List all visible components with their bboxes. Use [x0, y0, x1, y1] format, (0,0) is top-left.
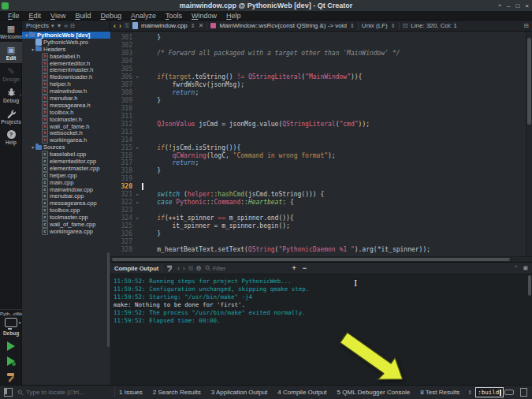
maximize-icon[interactable]: □: [515, 2, 519, 9]
tree-expander-icon[interactable]: ▾: [24, 32, 29, 38]
wrap-icon[interactable]: ⊡: [403, 22, 408, 29]
symbol-dropdown-icon[interactable]: ⇕: [350, 23, 355, 29]
code-line[interactable]: 304: [110, 58, 532, 65]
tree-item[interactable]: hbaselabel.h: [22, 53, 110, 60]
code-editor[interactable]: 301 }302303 /* Forward all packaged with…: [110, 32, 532, 256]
chevron-down-icon[interactable]: ▾: [51, 23, 54, 29]
tree-scrollbar[interactable]: [107, 252, 110, 347]
code-line[interactable]: 324▾ if(++it_spinner == m_spinner.end())…: [110, 214, 532, 222]
code-line[interactable]: 322▾ case Pythonic::Command::Heartbeat: …: [110, 199, 532, 207]
tree-item[interactable]: hwall_of_fame.h: [22, 123, 110, 130]
build-locator-text[interactable]: :build: [478, 388, 499, 397]
fold-marker-icon[interactable]: ▾: [132, 215, 142, 221]
menu-view[interactable]: View: [46, 11, 70, 21]
tree-item[interactable]: chelper.cpp: [22, 172, 110, 179]
output-tab-3[interactable]: 3 Application Output: [211, 389, 268, 396]
minimize-icon[interactable]: –: [507, 2, 510, 9]
code-line[interactable]: 310: [110, 104, 532, 112]
tree-item[interactable]: hwebsocket.h: [22, 129, 110, 136]
mode-welcome[interactable]: ▦Welcome: [0, 21, 22, 42]
code-line[interactable]: 313: [110, 128, 532, 136]
output-scrollbar[interactable]: [528, 275, 531, 296]
build-locator[interactable]: ⇕ :build: [467, 387, 503, 397]
code-line[interactable]: 306▾ if(target.toString() != QStringLite…: [110, 73, 532, 81]
output-filter-field[interactable]: Filter: [205, 265, 226, 272]
close-document-icon[interactable]: ✕: [199, 22, 204, 29]
encoding-selector[interactable]: Unix (LF): [362, 22, 388, 29]
code-line[interactable]: 327: [110, 237, 532, 245]
back-icon[interactable]: ‹: [113, 22, 116, 30]
tree-item[interactable]: celementmaster.cpp: [22, 165, 110, 172]
code-line[interactable]: 305: [110, 65, 532, 73]
tree-item[interactable]: cmessagearea.cpp: [22, 200, 110, 207]
filter-icon[interactable]: ▼: [56, 23, 61, 28]
open-file-name[interactable]: mainwindow.cpp: [141, 22, 188, 29]
menu-edit[interactable]: Edit: [24, 11, 47, 21]
code-line[interactable]: 318 }: [110, 167, 532, 175]
output-tab-5[interactable]: 5 QML Debugger Console: [337, 389, 411, 396]
build-hammer-icon[interactable]: [5, 371, 17, 383]
code-line[interactable]: 315▾ if(!jsCmd.isString()){: [110, 144, 532, 151]
projects-pane-header[interactable]: Projects ▾ ▼ ∞ ⊟: [22, 21, 110, 31]
output-tab-2[interactable]: 2 Search Results: [153, 389, 201, 396]
close-icon[interactable]: ×: [525, 2, 529, 9]
menu-window[interactable]: Window: [187, 11, 221, 21]
forward-icon[interactable]: ›: [119, 22, 121, 30]
menu-analyze[interactable]: Analyze: [126, 11, 161, 21]
tree-item[interactable]: hworkingarea.h: [22, 136, 110, 144]
prev-item-icon[interactable]: ‹: [177, 265, 180, 272]
file-dropdown-icon[interactable]: ⇕: [191, 23, 195, 29]
tree-item[interactable]: hmenubar.h: [22, 95, 110, 102]
code-line[interactable]: 308 return;: [110, 89, 532, 97]
tree-item[interactable]: cmenubar.cpp: [22, 192, 110, 200]
run-button[interactable]: [7, 341, 15, 351]
code-line[interactable]: 317 return;: [110, 159, 532, 167]
rollup-icon[interactable]: ^: [498, 2, 501, 9]
editor-vertical-scrollbar[interactable]: [526, 32, 532, 256]
tree-item[interactable]: hfiledownloader.h: [22, 73, 110, 80]
mode-edit[interactable]: ▣Edit: [0, 42, 22, 63]
tree-expander-icon[interactable]: ▾: [30, 47, 35, 52]
code-line[interactable]: 309 }: [110, 97, 532, 105]
menu-tools[interactable]: Tools: [161, 11, 187, 21]
output-log[interactable]: 11:59:52: Running steps for project Pyth…: [110, 274, 532, 325]
code-line[interactable]: 320: [110, 183, 532, 191]
code-line[interactable]: 311: [110, 112, 532, 120]
tree-item[interactable]: hmainwindow.h: [22, 88, 110, 95]
tree-item[interactable]: ▾Sources: [22, 144, 110, 151]
menu-debug[interactable]: Debug: [95, 11, 126, 21]
locator-field[interactable]: Type to locate (Ctrl...: [17, 389, 110, 396]
tree-item[interactable]: celementeditor.cpp: [22, 158, 110, 165]
tree-item[interactable]: ctoolmaster.cpp: [22, 214, 110, 221]
tree-item[interactable]: ctoolbox.cpp: [22, 207, 110, 214]
code-line[interactable]: 312 QJsonValue jsCmd = jsonMsg.value(QSt…: [110, 120, 532, 128]
sync-link-icon[interactable]: ∞: [64, 23, 68, 28]
tree-expander-icon[interactable]: ▾: [30, 144, 35, 150]
menu-file[interactable]: File: [3, 11, 24, 21]
code-line[interactable]: 323: [110, 207, 532, 214]
output-tab-1[interactable]: 1 Issues: [119, 389, 143, 396]
symbol-selector[interactable]: MainWindow::wsRcv(const QString &) -> vo…: [219, 22, 347, 29]
tree-item[interactable]: helementeditor.h: [22, 60, 110, 67]
tree-item[interactable]: cmainwindow.cpp: [22, 186, 110, 193]
fold-marker-icon[interactable]: ▾: [132, 145, 142, 151]
mode-help[interactable]: ?Help: [0, 127, 22, 147]
tree-item[interactable]: hmessagearea.h: [22, 102, 110, 109]
code-line[interactable]: 302: [110, 42, 532, 50]
collapse-pane-icon[interactable]: ⌃: [514, 265, 519, 271]
code-line[interactable]: 326 }: [110, 229, 532, 237]
debug-run-button[interactable]: [7, 356, 15, 366]
mode-arrow-icon[interactable]: ›: [20, 92, 21, 97]
menu-build[interactable]: Build: [70, 11, 95, 21]
tree-item[interactable]: ▾PythonicWeb [dev]: [22, 32, 110, 39]
tree-item[interactable]: htoolbox.h: [22, 109, 110, 116]
fold-marker-icon[interactable]: ▾: [132, 192, 142, 197]
tree-item[interactable]: ▾Headers: [22, 46, 110, 53]
mode-debug[interactable]: Debug›: [0, 84, 22, 106]
kit-selector[interactable]: ▸: [0, 318, 22, 327]
tree-item[interactable]: cbaselabel.cpp: [22, 151, 110, 158]
rebuild-icon[interactable]: [166, 264, 174, 273]
output-tab-4[interactable]: 4 Compile Output: [277, 389, 326, 396]
fold-marker-icon[interactable]: ▾: [132, 200, 142, 205]
fold-marker-icon[interactable]: ▾: [132, 74, 142, 80]
